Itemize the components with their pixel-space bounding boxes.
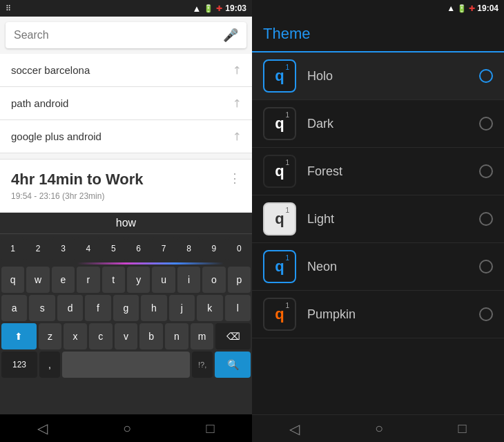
recents-nav-icon[interactable]: □	[206, 421, 215, 436]
radio-light[interactable]	[479, 212, 493, 226]
key-3[interactable]: 3	[52, 237, 75, 260]
key-a[interactable]: a	[1, 295, 27, 321]
alert-icon: ✚	[216, 4, 222, 13]
battery-icon: 🔋	[457, 4, 467, 12]
theme-name-light: Light	[307, 212, 479, 227]
right-nav-bar: ◁ ○ □	[252, 414, 504, 442]
key-l[interactable]: l	[225, 295, 251, 321]
key-x[interactable]: x	[64, 323, 87, 349]
backspace-key[interactable]: ⌫	[215, 323, 251, 349]
key-4[interactable]: 4	[77, 237, 99, 260]
key-u[interactable]: u	[152, 267, 175, 293]
q-letter: q	[275, 258, 284, 276]
space-key[interactable]	[62, 352, 191, 378]
theme-icon-holo: 1 q	[263, 59, 296, 93]
key-e[interactable]: e	[52, 267, 75, 293]
key-8[interactable]: 8	[177, 237, 200, 260]
theme-item-light[interactable]: 1 q Light	[252, 195, 504, 243]
key-c[interactable]: c	[89, 323, 113, 349]
theme-name-pumpkin: Pumpkin	[307, 307, 479, 322]
key-5[interactable]: 5	[102, 237, 125, 260]
search-bar[interactable]: 🎤	[6, 22, 246, 48]
radio-dark[interactable]	[479, 117, 493, 131]
travel-subtitle: 19:54 - 23:16 (3hr 23min)	[11, 191, 144, 201]
radio-holo[interactable]	[479, 69, 493, 83]
right-home-nav-icon[interactable]: ○	[375, 421, 383, 436]
q-letter: q	[275, 115, 284, 133]
wifi-icon: ▲	[192, 3, 201, 14]
theme-icon-pumpkin: 1 q	[263, 298, 296, 331]
key-1[interactable]: 1	[1, 237, 24, 260]
radio-forest[interactable]	[479, 164, 493, 178]
theme-name-forest: Forest	[307, 164, 479, 179]
mic-icon[interactable]: 🎤	[223, 28, 238, 43]
key-h[interactable]: h	[141, 295, 166, 321]
theme-item-dark[interactable]: 1 q Dark	[252, 100, 504, 148]
key-f[interactable]: f	[85, 295, 110, 321]
arrow-up-left-icon: ↗	[229, 62, 244, 78]
right-back-nav-icon[interactable]: ◁	[289, 421, 300, 437]
travel-duration: 4hr 14min	[11, 171, 83, 188]
key-b[interactable]: b	[139, 323, 163, 349]
zxcv-row: ⬆ z x c v b n m ⌫	[1, 323, 251, 349]
home-nav-icon[interactable]: ○	[123, 421, 131, 436]
radio-neon[interactable]	[479, 260, 493, 273]
theme-name-dark: Dark	[307, 117, 479, 131]
right-recents-nav-icon[interactable]: □	[458, 421, 467, 436]
back-nav-icon[interactable]: ◁	[37, 420, 48, 436]
comma-key[interactable]: ,	[39, 352, 60, 378]
q-letter: q	[275, 305, 284, 323]
shift-key[interactable]: ⬆	[1, 323, 37, 349]
arrow-up-left-icon: ↗	[229, 95, 244, 111]
key-n[interactable]: n	[165, 323, 188, 349]
key-p[interactable]: p	[228, 267, 251, 293]
left-status-bar: ⠿ ▲ 🔋 ✚ 19:03	[0, 0, 252, 17]
key-g[interactable]: g	[113, 295, 139, 321]
search-results-list: soccer barcelona ↗ path android ↗ google…	[0, 54, 252, 153]
theme-title: Theme	[263, 25, 310, 42]
search-result-item[interactable]: soccer barcelona ↗	[0, 54, 252, 87]
q-letter: q	[275, 67, 284, 85]
key-2[interactable]: 2	[26, 237, 49, 260]
more-options-icon[interactable]: ⋮	[229, 171, 241, 186]
theme-item-holo[interactable]: 1 q Holo	[252, 52, 504, 100]
key-j[interactable]: j	[169, 295, 195, 321]
key-m[interactable]: m	[191, 323, 214, 349]
key-w[interactable]: w	[26, 267, 49, 293]
theme-icon-forest: 1 q	[263, 155, 296, 188]
q-letter: q	[275, 162, 284, 180]
key-r[interactable]: r	[77, 267, 99, 293]
search-input[interactable]	[14, 29, 223, 41]
key-i[interactable]: i	[177, 267, 200, 293]
theme-list: 1 q Holo 1 q Dark 1 q Forest	[252, 52, 504, 414]
key-9[interactable]: 9	[202, 237, 225, 260]
key-y[interactable]: y	[127, 267, 150, 293]
num-switch-key[interactable]: 123	[1, 352, 37, 378]
battery-icon: 🔋	[204, 4, 213, 13]
key-6[interactable]: 6	[127, 237, 150, 260]
period-label-key[interactable]: !?,	[192, 352, 213, 378]
radio-pumpkin[interactable]	[479, 307, 493, 321]
key-s[interactable]: s	[29, 295, 55, 321]
qwerty-row: q w e r t y u i o p	[1, 267, 251, 293]
key-7[interactable]: 7	[152, 237, 175, 260]
key-z[interactable]: z	[39, 323, 62, 349]
search-result-item[interactable]: path android ↗	[0, 87, 252, 120]
search-key[interactable]: 🔍	[215, 352, 251, 378]
key-d[interactable]: d	[57, 295, 83, 321]
search-result-item[interactable]: google plus android ↗	[0, 120, 252, 153]
theme-item-neon[interactable]: 1 q Neon	[252, 243, 504, 291]
alert-icon: ✚	[469, 4, 475, 12]
theme-item-pumpkin[interactable]: 1 q Pumpkin	[252, 291, 504, 338]
key-o[interactable]: o	[202, 267, 225, 293]
key-q[interactable]: q	[1, 267, 24, 293]
theme-icon-dark: 1 q	[263, 107, 296, 140]
right-time-display: 19:04	[477, 3, 498, 13]
key-v[interactable]: v	[115, 323, 138, 349]
theme-item-forest[interactable]: 1 q Forest	[252, 148, 504, 195]
key-t[interactable]: t	[102, 267, 125, 293]
keyboard-word-suggestion: how	[0, 213, 252, 234]
key-k[interactable]: k	[197, 295, 222, 321]
q-letter: q	[275, 210, 284, 228]
key-0[interactable]: 0	[228, 237, 251, 260]
